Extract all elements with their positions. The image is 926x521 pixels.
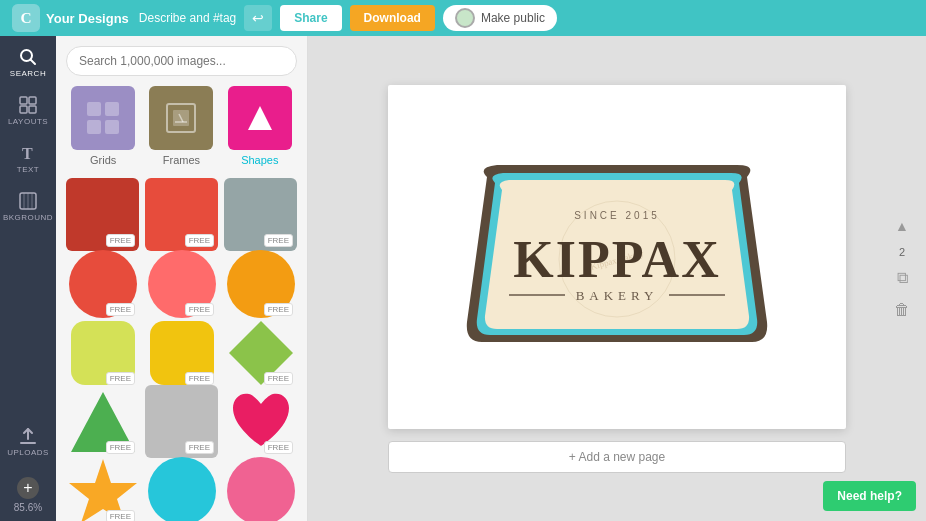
shapes-label: Shapes bbox=[241, 154, 278, 166]
copy-icon[interactable]: ⧉ bbox=[890, 266, 914, 290]
shape-item[interactable] bbox=[224, 454, 297, 521]
topbar: C Your Designs Describe and #tag ↩ Share… bbox=[0, 0, 926, 36]
zoom-control: + 85.6% bbox=[14, 477, 42, 513]
shape-item[interactable]: FREE bbox=[224, 178, 297, 251]
download-button[interactable]: Download bbox=[350, 5, 435, 31]
free-badge: FREE bbox=[185, 234, 214, 247]
free-badge: FREE bbox=[106, 510, 135, 521]
category-frames[interactable]: Frames bbox=[144, 86, 218, 166]
sidebar-item-text-label: TEXT bbox=[17, 165, 39, 174]
free-badge: FREE bbox=[264, 441, 293, 454]
svg-rect-17 bbox=[105, 120, 119, 134]
icon-sidebar: SEARCH LAYOUTS T TEXT BKGROUND bbox=[0, 36, 56, 521]
avatar bbox=[455, 8, 475, 28]
describe-tag-label: Describe and #tag bbox=[139, 11, 236, 25]
free-badge: FREE bbox=[185, 372, 214, 385]
free-badge: FREE bbox=[106, 303, 135, 316]
uploads-icon bbox=[19, 427, 37, 445]
grids-label: Grids bbox=[90, 154, 116, 166]
search-input[interactable] bbox=[66, 46, 297, 76]
undo-button[interactable]: ↩ bbox=[244, 5, 272, 31]
svg-point-31 bbox=[148, 457, 216, 522]
page-number: 2 bbox=[899, 246, 905, 258]
text-icon: T bbox=[19, 144, 37, 162]
sidebar-item-text[interactable]: T TEXT bbox=[0, 136, 56, 182]
zoom-level: 85.6% bbox=[14, 502, 42, 513]
free-badge: FREE bbox=[185, 441, 214, 454]
free-badge: FREE bbox=[106, 234, 135, 247]
svg-rect-6 bbox=[20, 106, 27, 113]
shape-item[interactable]: FREE bbox=[66, 178, 139, 251]
page-title: Your Designs bbox=[46, 11, 129, 26]
shapes-icon bbox=[242, 100, 278, 136]
background-icon bbox=[19, 192, 37, 210]
svg-text:SINCE 2015: SINCE 2015 bbox=[574, 210, 660, 221]
share-button[interactable]: Share bbox=[280, 5, 341, 31]
grids-icon bbox=[85, 100, 121, 136]
canva-icon: C bbox=[12, 4, 40, 32]
sidebar-item-search-label: SEARCH bbox=[10, 69, 46, 78]
shapes-grid: FREE FREE FREE FREE FREE bbox=[56, 174, 307, 521]
free-badge: FREE bbox=[185, 303, 214, 316]
category-shapes[interactable]: Shapes bbox=[223, 86, 297, 166]
free-badge: FREE bbox=[264, 303, 293, 316]
shape-item[interactable]: FREE bbox=[66, 454, 139, 521]
sidebar-item-layouts[interactable]: LAYOUTS bbox=[0, 88, 56, 134]
canva-logo: C Your Designs bbox=[12, 4, 129, 32]
need-help-button[interactable]: Need help? bbox=[823, 481, 916, 511]
free-badge: FREE bbox=[106, 441, 135, 454]
svg-rect-15 bbox=[105, 102, 119, 116]
shape-item[interactable]: FREE bbox=[224, 385, 297, 458]
trash-icon[interactable]: 🗑 bbox=[890, 298, 914, 322]
shapes-thumbnail bbox=[228, 86, 292, 150]
sidebar-item-uploads-label: UPLOADS bbox=[7, 448, 49, 457]
shape-item[interactable]: FREE bbox=[66, 316, 139, 389]
sidebar-item-background[interactable]: BKGROUND bbox=[0, 184, 56, 230]
svg-text:BAKERY: BAKERY bbox=[576, 288, 659, 303]
shape-item[interactable]: FREE bbox=[224, 247, 297, 320]
panel: Grids Frames bbox=[56, 36, 308, 521]
topbar-right: Describe and #tag ↩ Share Download Make … bbox=[139, 5, 557, 31]
shape-categories: Grids Frames bbox=[56, 86, 307, 174]
sidebar-item-search[interactable]: SEARCH bbox=[0, 40, 56, 86]
make-public-button[interactable]: Make public bbox=[443, 5, 557, 31]
shape-item[interactable]: FREE bbox=[145, 385, 218, 458]
svg-marker-22 bbox=[248, 106, 272, 130]
svg-rect-16 bbox=[87, 120, 101, 134]
circle-shape bbox=[146, 455, 218, 522]
shape-item[interactable]: FREE bbox=[66, 385, 139, 458]
svg-rect-4 bbox=[20, 97, 27, 104]
svg-point-32 bbox=[227, 457, 295, 522]
shape-item[interactable]: FREE bbox=[145, 178, 218, 251]
svg-line-3 bbox=[31, 60, 36, 65]
canvas-area: Kippax Bakery SINCE 2015 KIPPAX BAKERY ▲… bbox=[308, 36, 926, 521]
sidebar-item-layouts-label: LAYOUTS bbox=[8, 117, 48, 126]
frames-thumbnail bbox=[149, 86, 213, 150]
sidebar-item-uploads[interactable]: UPLOADS bbox=[0, 419, 56, 465]
canvas-frame[interactable]: Kippax Bakery SINCE 2015 KIPPAX BAKERY bbox=[388, 85, 846, 429]
shape-item[interactable] bbox=[145, 454, 218, 521]
sidebar-item-background-label: BKGROUND bbox=[3, 213, 53, 222]
add-button[interactable]: + bbox=[17, 477, 39, 499]
triangle-up-icon[interactable]: ▲ bbox=[890, 214, 914, 238]
svg-rect-14 bbox=[87, 102, 101, 116]
free-badge: FREE bbox=[106, 372, 135, 385]
svg-rect-7 bbox=[29, 106, 36, 113]
free-badge: FREE bbox=[264, 372, 293, 385]
shape-item[interactable]: FREE bbox=[224, 316, 297, 389]
shape-item[interactable]: FREE bbox=[145, 247, 218, 320]
svg-text:KIPPAX: KIPPAX bbox=[513, 231, 720, 288]
right-tools: ▲ 2 ⧉ 🗑 bbox=[890, 214, 914, 322]
main-layout: SEARCH LAYOUTS T TEXT BKGROUND bbox=[0, 36, 926, 521]
shape-item[interactable]: FREE bbox=[66, 247, 139, 320]
search-bar bbox=[56, 36, 307, 86]
add-page-button[interactable]: + Add a new page bbox=[388, 441, 846, 473]
frames-label: Frames bbox=[163, 154, 200, 166]
frames-icon bbox=[163, 100, 199, 136]
free-badge: FREE bbox=[264, 234, 293, 247]
svg-text:T: T bbox=[22, 145, 33, 162]
svg-rect-5 bbox=[29, 97, 36, 104]
grids-thumbnail bbox=[71, 86, 135, 150]
shape-item[interactable]: FREE bbox=[145, 316, 218, 389]
category-grids[interactable]: Grids bbox=[66, 86, 140, 166]
